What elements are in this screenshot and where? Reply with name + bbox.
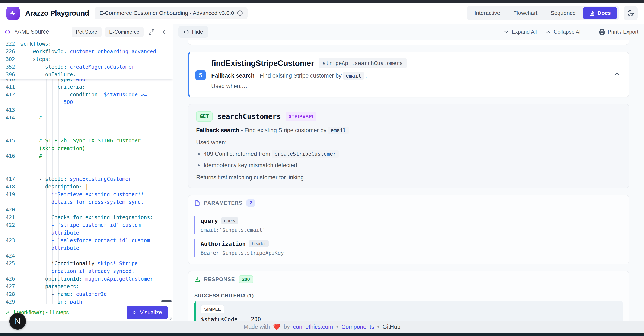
line-number: 226 [0,48,20,55]
window-bottom-strip [0,333,644,336]
tab-interactive[interactable]: Interactive [468,7,506,19]
operation-card: GET searchCustomers STRIPEAPI Fallback s… [188,104,629,188]
chevron-up-icon [546,29,551,35]
code-line: 428- name: customerId [0,290,173,298]
line-number: 420 [0,206,20,214]
step-title: findExistingStripeCustomer [211,59,314,68]
page-footer: Made with ❤️ by connethics.com • Compone… [0,321,644,333]
response-label: RESPONSE [204,276,235,282]
success-criteria-box: SIMPLE $statusCode == 200 [194,301,623,321]
line-number: 425 [0,260,20,275]
line-number: 423 [0,237,20,252]
visualize-button[interactable]: Visualize [126,306,168,319]
criteria-type-badge: SIMPLE [201,305,224,313]
tab-sequence[interactable]: Sequence [544,7,582,19]
footer-link-components[interactable]: Components [342,324,374,330]
download-icon [194,277,200,282]
dark-mode-toggle[interactable] [624,6,638,20]
parameter-name: query [200,217,218,224]
line-number: 415 [0,137,20,152]
line-number: 426 [0,275,20,283]
window-top-strip [0,0,644,2]
line-number: 427 [0,283,20,290]
tab-docs[interactable]: Docs [583,7,617,19]
line-number: 422 [0,221,20,237]
email-code-pill: email [343,72,364,80]
code-line: 222workflows: [0,40,173,48]
line-number: 428 [0,290,20,298]
parameter-item-query: query query email:'$inputs.email' [194,216,623,234]
collapse-step-icon[interactable] [614,70,620,89]
yaml-panel-header: YAML Source Pet Store E-Commerce [0,24,173,40]
bullet-icon [198,153,200,155]
parameters-header[interactable]: PARAMETERS 2 [188,195,629,211]
lightning-bolt-icon [10,9,17,17]
success-criteria-label: SUCCESS CRITERIA (1) [194,293,623,299]
footer-link-connethics[interactable]: connethics.com [293,324,333,330]
createStripeCustomer-code-pill: createStripeCustomer [272,150,339,158]
email-code-pill: email [328,127,348,134]
toolbar-divider [213,27,214,36]
yaml-editor[interactable]: 410type: end411criteria:412- condition: … [0,40,173,304]
operation-summary: Fallback search - Find existing Stripe c… [196,127,621,134]
document-icon [589,10,595,16]
parameter-item-authorization: Authorization header Bearer $inputs.stri… [194,239,623,257]
fullscreen-icon[interactable] [147,27,156,36]
code-line: 426operationId: magentoApi.getCustomer [0,275,173,283]
parameters-label: PARAMETERS [204,200,242,206]
workflow-title-pill[interactable]: E-Commerce Customer Onboarding - Advance… [94,7,248,19]
code-line: 424 [0,252,173,260]
print-export-button[interactable]: Print / Export [599,29,639,35]
footer-link-github[interactable]: GitHub [382,324,400,330]
collapse-all-button[interactable]: Collapse All [546,29,582,35]
parameters-section: PARAMETERS 2 query query email:'$inputs.… [188,195,629,264]
nextjs-dev-badge[interactable]: N [10,313,26,330]
yaml-code-lines: 410type: end411criteria:412- condition: … [0,75,173,304]
line-number: 302 [0,55,20,63]
line-number: 418 [0,183,20,191]
footer-by: by [284,324,290,330]
code-line: 422- `stripe_customer_id` custom attribu… [0,221,173,237]
previous-step-card-bottom [188,40,629,45]
footer-separator: • [377,324,379,330]
panel-resize-handle[interactable] [167,315,172,320]
docs-content: 5 findExistingStripeCustomer stripeApi.s… [173,40,644,321]
hide-source-button[interactable]: Hide [178,26,208,37]
source-petstore-button[interactable]: Pet Store [72,27,102,37]
expand-all-button[interactable]: Expand All [504,29,537,35]
editor-scrollbar-thumb[interactable] [161,300,172,302]
api-source-badge: STRIPEAPI [286,112,316,121]
line-number: 416 [0,152,20,175]
source-ecommerce-button[interactable]: E-Commerce [105,27,144,37]
collapse-panel-icon[interactable] [160,27,168,36]
code-icon [4,29,11,35]
workflow-title: E-Commerce Customer Onboarding - Advance… [99,10,234,16]
list-item: Idempotency key mismatch detected [196,162,621,169]
bullet-icon [198,164,200,166]
code-icon [184,29,189,35]
code-line: 417- stepId: syncExistingCustomer [0,175,173,183]
list-item: 409 Conflict returned from createStripeC… [196,150,621,158]
line-number: 413 [0,106,20,114]
operation-returns: Returns first matching customer for link… [196,174,621,181]
moon-icon [627,9,634,17]
http-method-badge: GET [196,111,212,121]
code-line: 226- workflowId: customer-onboarding-adv… [0,48,173,55]
parameter-value: email:'$inputs.email' [200,227,623,233]
check-icon [5,310,10,315]
app-logo [6,6,20,20]
step-card-findExistingStripeCustomer[interactable]: 5 findExistingStripeCustomer stripeApi.s… [188,52,629,97]
parameter-name: Authorization [200,241,246,247]
code-line: 416#____________________________________… [0,152,173,175]
code-line: 412- condition: $statusCode >= 500 [0,91,173,106]
code-line: 423- `salesforce_contact_id` custom attr… [0,237,173,252]
line-number: 414 [0,114,20,137]
line-number: 412 [0,91,20,106]
response-header[interactable]: RESPONSE 200 [188,271,629,287]
code-line: 414#____________________________________… [0,114,173,137]
app-title: Arazzo Playground [25,9,89,17]
step-used-when: Used when:… [211,83,608,89]
code-line: 352- stepId: createMagentoCustomer [0,63,173,71]
tab-flowchart[interactable]: Flowchart [508,7,544,19]
info-icon[interactable] [237,10,243,16]
